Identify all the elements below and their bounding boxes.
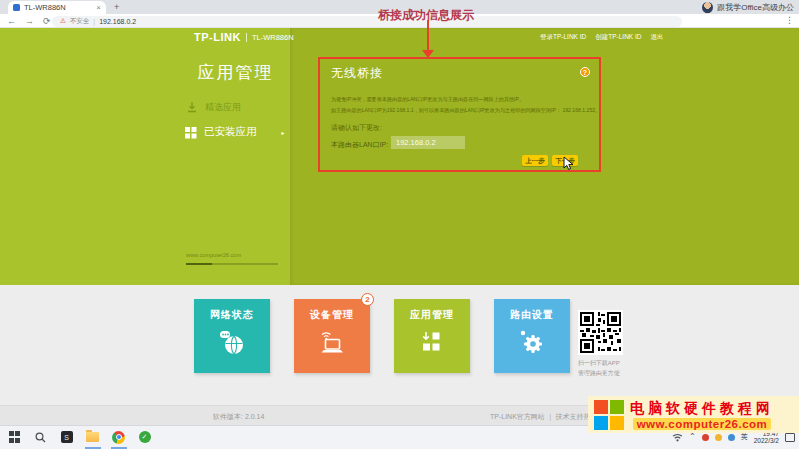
search-icon bbox=[35, 432, 46, 443]
input-language-indicator[interactable]: 英 bbox=[741, 432, 748, 442]
panel-title: 无线桥接 bbox=[331, 65, 383, 82]
site-url: www.computer26.com bbox=[633, 418, 772, 430]
logout-link[interactable]: 退出 bbox=[650, 33, 663, 42]
profile-name: 跟我学Office高级办公 bbox=[717, 2, 794, 13]
qr-caption-line2: 管理路由更方便 bbox=[578, 369, 620, 378]
site-watermark-text: 电脑软硬件教程网 www.computer26.com bbox=[630, 400, 774, 430]
lan-ip-input[interactable]: 192.168.0.2 bbox=[391, 136, 465, 149]
new-tab-button[interactable]: + bbox=[114, 2, 119, 12]
action-center-icon[interactable] bbox=[785, 433, 795, 442]
chevron-right-icon: ▸ bbox=[282, 129, 285, 136]
back-icon[interactable]: ← bbox=[7, 16, 16, 26]
previous-step-button[interactable]: 上一步 bbox=[522, 155, 548, 166]
annotation-arrow-line bbox=[427, 20, 429, 51]
taskbar-search-button[interactable] bbox=[34, 431, 47, 444]
tray-network-globe-icon[interactable] bbox=[728, 434, 735, 441]
laptop-wifi-icon bbox=[317, 328, 347, 356]
tile-label: 设备管理 bbox=[310, 308, 354, 322]
folder-icon bbox=[86, 432, 99, 442]
qr-code bbox=[578, 310, 623, 355]
sidebar-item-featured-apps[interactable]: 精选应用 bbox=[186, 101, 241, 114]
sidebar-item-label: 精选应用 bbox=[205, 101, 241, 114]
screen: TL-WR886N × + 跟我学Office高级办公 ← → ⟳ ⚠ 不安全 … bbox=[0, 0, 799, 449]
profile-avatar[interactable] bbox=[702, 2, 713, 13]
omnibox-separator: | bbox=[93, 18, 95, 25]
lan-ip-label: 本路由器LAN口IP: bbox=[331, 140, 388, 150]
sidebar-item-installed-apps[interactable]: 已安装应用 ▸ bbox=[184, 125, 285, 139]
wireless-bridge-panel: 无线桥接 ? 为避免IP冲突，需要将本路由器的LAN口IP更改为与主路由器在同一… bbox=[318, 57, 601, 172]
clock-date: 2022/3/2 bbox=[754, 437, 779, 444]
nav-tile-app-management[interactable]: 应用管理 bbox=[394, 299, 470, 373]
annotation-text: 桥接成功信息展示 bbox=[378, 7, 474, 24]
security-label: 不安全 bbox=[70, 17, 90, 26]
globe-icon bbox=[217, 328, 247, 358]
tile-label: 应用管理 bbox=[410, 308, 454, 322]
annotation-arrow-head bbox=[422, 50, 434, 58]
sidebar-watermark-text: www.computer26.com bbox=[186, 252, 241, 258]
not-secure-warning-icon: ⚠ bbox=[60, 18, 66, 25]
taskbar-green-app-button[interactable]: ✓ bbox=[138, 431, 151, 444]
browser-profile[interactable]: 跟我学Office高级办公 bbox=[702, 1, 794, 13]
download-icon bbox=[186, 101, 198, 114]
tab-close-icon[interactable]: × bbox=[96, 4, 101, 12]
url-text: 192.168.0.2 bbox=[99, 18, 136, 25]
taskbar-left: S ✓ bbox=[8, 425, 151, 449]
bridge-instructions-line2: 如主路由器的LAN口IP为192.168.1.1，则可以将本路由器的LAN口IP… bbox=[331, 107, 610, 114]
gear-icon bbox=[517, 328, 547, 356]
chrome-button[interactable] bbox=[112, 431, 125, 444]
router-page: TP-LINK TL-WR886N 登录TP-LINK ID 创建TP-LINK… bbox=[0, 28, 799, 425]
bridge-instructions-line1: 为避免IP冲突，需要将本路由器的LAN口IP更改为与主路由器在同一网段上的其他I… bbox=[331, 96, 610, 103]
dark-app-icon: S bbox=[61, 431, 73, 443]
brand-header: TP-LINK TL-WR886N bbox=[194, 31, 294, 43]
running-app-underline bbox=[85, 447, 101, 449]
tray-red-app-icon[interactable] bbox=[702, 434, 709, 441]
brand-logo: TP-LINK bbox=[194, 31, 241, 43]
brand-separator bbox=[246, 33, 247, 42]
firmware-version: 软件版本: 2.0.14 bbox=[213, 412, 264, 422]
running-app-underline bbox=[111, 447, 127, 449]
windows-logo-icon bbox=[9, 431, 21, 443]
tab-favicon-icon bbox=[13, 4, 20, 11]
file-explorer-button[interactable] bbox=[86, 431, 99, 444]
confirm-changes-label: 请确认如下更改: bbox=[331, 123, 382, 133]
login-tplink-id-link[interactable]: 登录TP-LINK ID bbox=[540, 33, 586, 42]
green-app-icon: ✓ bbox=[139, 431, 151, 443]
windows-color-logo-icon bbox=[594, 400, 624, 430]
tray-expand-icon[interactable]: ⌃ bbox=[689, 433, 696, 441]
nav-tile-network-status[interactable]: 网络状态 bbox=[194, 299, 270, 373]
brand-model: TL-WR886N bbox=[252, 33, 294, 42]
nav-tile-device-management[interactable]: 设备管理 bbox=[294, 299, 370, 373]
site-watermark: 电脑软硬件教程网 www.computer26.com bbox=[588, 396, 799, 433]
sidebar-watermark-bar bbox=[186, 263, 278, 265]
browser-tab[interactable]: TL-WR886N × bbox=[8, 1, 106, 14]
help-icon[interactable]: ? bbox=[580, 67, 590, 77]
account-links: 登录TP-LINK ID 创建TP-LINK ID 退出 bbox=[540, 33, 663, 42]
site-name: 电脑软硬件教程网 bbox=[630, 400, 774, 418]
apps-download-icon bbox=[418, 328, 446, 356]
nav-tile-router-settings[interactable]: 路由设置 bbox=[494, 299, 570, 373]
start-button[interactable] bbox=[8, 431, 21, 444]
tile-label: 路由设置 bbox=[510, 308, 554, 322]
sidebar-item-label: 已安装应用 bbox=[204, 125, 257, 139]
chrome-icon bbox=[112, 431, 125, 444]
page-title: 应用管理 bbox=[163, 61, 308, 84]
address-bar[interactable]: ⚠ 不安全 | 192.168.0.2 bbox=[52, 16, 682, 27]
taskbar-pinned-app-icon[interactable]: S bbox=[60, 431, 73, 444]
tab-title: TL-WR886N bbox=[24, 3, 92, 12]
device-count-badge: 2 bbox=[361, 293, 374, 306]
mouse-cursor bbox=[563, 156, 575, 171]
tile-label: 网络状态 bbox=[210, 308, 254, 322]
tray-yellow-app-icon[interactable] bbox=[715, 434, 722, 441]
wifi-icon[interactable] bbox=[672, 433, 683, 442]
forward-icon[interactable]: → bbox=[25, 16, 34, 26]
reload-icon[interactable]: ⟳ bbox=[43, 16, 51, 26]
browser-nav-buttons: ← → ⟳ bbox=[7, 16, 51, 26]
browser-menu-icon[interactable]: ⋮ bbox=[785, 15, 794, 25]
apps-grid-icon bbox=[184, 126, 197, 139]
create-tplink-id-link[interactable]: 创建TP-LINK ID bbox=[595, 33, 641, 42]
qr-caption-line1: 扫一扫下载APP bbox=[578, 359, 620, 368]
